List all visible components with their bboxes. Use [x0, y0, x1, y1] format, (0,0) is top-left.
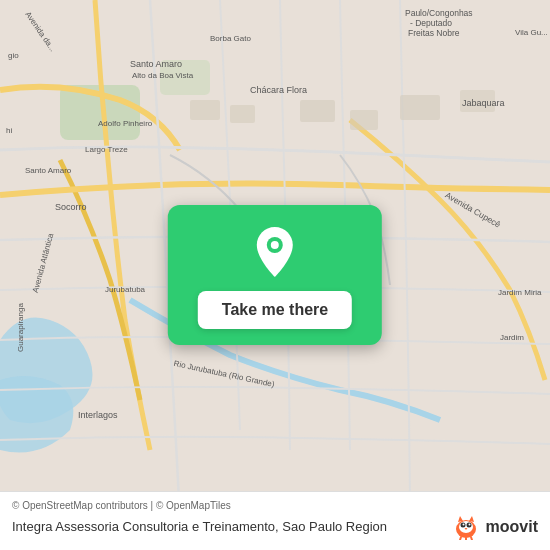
svg-rect-5 — [300, 100, 335, 122]
svg-point-41 — [468, 524, 470, 526]
map-attribution: © OpenStreetMap contributors | © OpenMap… — [12, 500, 538, 511]
moovit-owl-icon — [450, 514, 482, 540]
svg-rect-3 — [190, 100, 220, 120]
cta-overlay: Take me there — [168, 205, 382, 345]
moovit-logo: moovit — [450, 514, 538, 540]
svg-point-37 — [459, 521, 473, 533]
svg-text:gio: gio — [8, 51, 19, 60]
svg-text:Santo Amaro: Santo Amaro — [25, 166, 72, 175]
svg-text:Jabaquara: Jabaquara — [462, 98, 505, 108]
svg-text:hi: hi — [6, 126, 12, 135]
svg-point-40 — [462, 524, 464, 526]
svg-text:Alto da Boa Vista: Alto da Boa Vista — [132, 71, 194, 80]
green-card: Take me there — [168, 205, 382, 345]
location-pin-icon — [253, 225, 297, 279]
svg-text:Borba Gato: Borba Gato — [210, 34, 251, 43]
map-container: Paulo/Congonhas - Deputado Freitas Nobre… — [0, 0, 550, 550]
svg-rect-7 — [400, 95, 440, 120]
svg-text:Vila Gu...: Vila Gu... — [515, 28, 548, 37]
place-name-text: Integra Assessoria Consultoria e Treinam… — [12, 519, 387, 536]
svg-text:Jurubatuba: Jurubatuba — [105, 285, 146, 294]
svg-text:Largo Treze: Largo Treze — [85, 145, 128, 154]
svg-text:- Deputado: - Deputado — [410, 18, 452, 28]
info-bar: © OpenStreetMap contributors | © OpenMap… — [0, 491, 550, 550]
svg-text:Paulo/Congonhas: Paulo/Congonhas — [405, 8, 473, 18]
svg-text:Guarapiranga: Guarapiranga — [16, 303, 25, 352]
svg-text:Santo Amaro: Santo Amaro — [130, 59, 182, 69]
svg-text:Jardim Miria: Jardim Miria — [498, 288, 542, 297]
svg-text:Freitas Nobre: Freitas Nobre — [408, 28, 460, 38]
svg-text:Chácara Flora: Chácara Flora — [250, 85, 307, 95]
svg-text:Adolfo Pinheiro: Adolfo Pinheiro — [98, 119, 153, 128]
take-me-there-button[interactable]: Take me there — [198, 291, 352, 329]
svg-point-35 — [271, 241, 279, 249]
svg-text:Interlagos: Interlagos — [78, 410, 118, 420]
svg-rect-4 — [230, 105, 255, 123]
svg-rect-6 — [350, 110, 378, 130]
moovit-text: moovit — [486, 518, 538, 536]
svg-text:Socorro: Socorro — [55, 202, 87, 212]
svg-text:Jardim: Jardim — [500, 333, 524, 342]
